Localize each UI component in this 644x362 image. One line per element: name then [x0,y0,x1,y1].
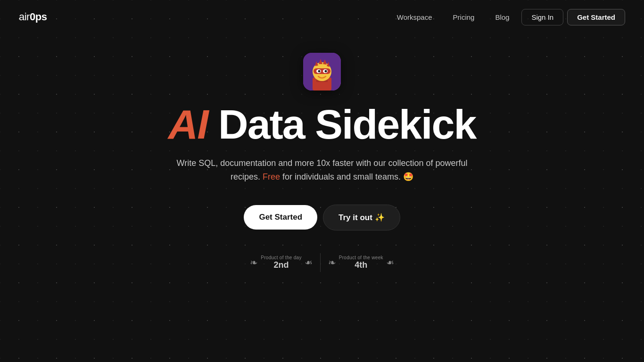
cta-buttons: Get Started Try it out ✨ [244,205,400,230]
try-it-out-button[interactable]: Try it out ✨ [323,205,400,230]
get-started-hero-button[interactable]: Get Started [244,205,317,230]
badge-week-label: Product of the week [339,255,383,260]
svg-point-7 [318,70,321,73]
badge-day-label: Product of the day [261,255,302,260]
hero-section: AI Data Sidekick Write SQL, documentatio… [0,34,644,272]
badge-separator [320,253,321,272]
mascot-icon [303,53,341,90]
hero-subtitle-free: Free [263,172,280,181]
brand-logo[interactable]: air0ps [19,11,47,23]
badge-day-rank: 2nd [273,260,289,270]
nav-workspace[interactable]: Workspace [388,9,441,25]
laurel-left-day: ❧ [250,257,258,268]
badge-week-rank: 4th [355,260,367,270]
badge-day: ❧ Product of the day 2nd ❧ [250,255,313,270]
hero-title-ai: AI [168,101,208,148]
get-started-nav-button[interactable]: Get Started [567,9,625,25]
hero-title-rest: Data Sidekick [208,101,476,148]
nav-links: Workspace Pricing Blog Sign In Get Start… [388,9,625,25]
hero-subtitle-after: for individuals and small teams. 🤩 [280,172,413,181]
svg-rect-4 [314,68,330,74]
laurel-right-day: ❧ [305,257,313,268]
svg-point-8 [325,70,327,73]
logo-text: air [19,11,30,23]
product-badges: ❧ Product of the day 2nd ❧ ❧ Product of … [250,253,394,272]
laurel-left-week: ❧ [328,257,336,268]
nav-pricing[interactable]: Pricing [445,9,483,25]
hero-title: AI Data Sidekick [168,104,476,145]
signin-button[interactable]: Sign In [521,9,563,25]
hero-subtitle: Write SQL, documentation and more 10x fa… [176,156,468,184]
navbar: air0ps Workspace Pricing Blog Sign In Ge… [0,0,644,34]
laurel-right-week: ❧ [386,257,394,268]
badge-week: ❧ Product of the week 4th ❧ [328,255,394,270]
nav-blog[interactable]: Blog [487,9,518,25]
